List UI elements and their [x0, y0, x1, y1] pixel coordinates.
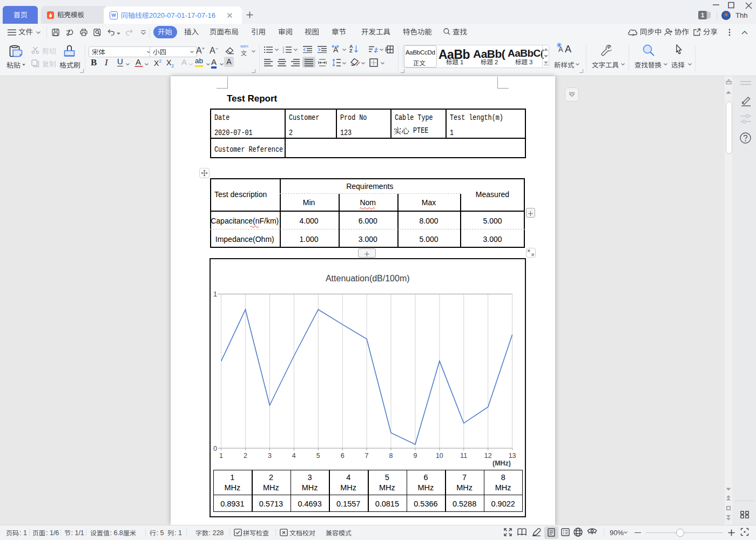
svg-text:F: F — [385, 47, 388, 53]
svg-text:3: 3 — [283, 51, 284, 54]
